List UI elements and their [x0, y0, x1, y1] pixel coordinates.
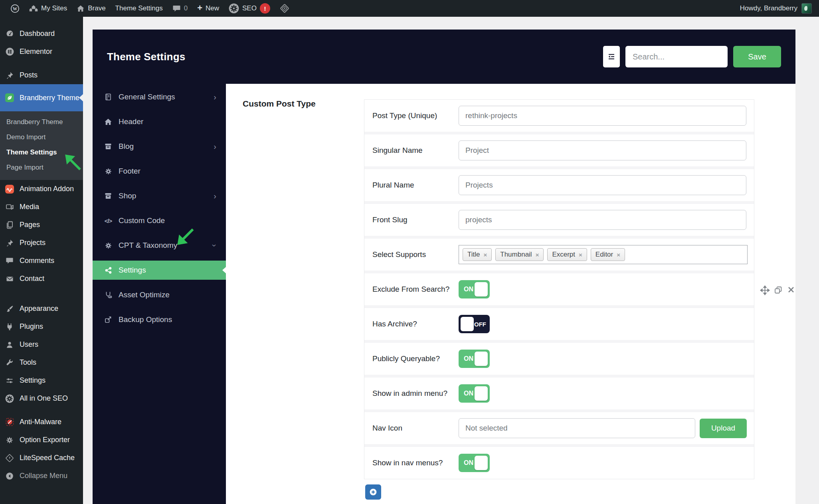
upload-button[interactable]: Upload	[700, 419, 747, 438]
custom-post-type-card: Post Type (Unique) Singular Name Plural …	[364, 99, 754, 479]
submenu-item-page-import[interactable]: Page Import	[0, 160, 83, 175]
howdy-greeting[interactable]: Howdy, Brandberry	[740, 4, 797, 12]
sidebar-item-option-exporter[interactable]: Option Exporter	[0, 431, 83, 449]
sidebar-item-contact[interactable]: Contact	[0, 270, 83, 288]
sidebar-item-settings[interactable]: Settings	[0, 372, 83, 389]
toggle-state-label: ON	[464, 286, 473, 293]
remove-chip-icon[interactable]: ×	[579, 251, 582, 258]
admin-bar: W My Sites Brave Theme Settings 0 + Ne	[0, 0, 819, 17]
remove-chip-icon[interactable]: ×	[617, 251, 620, 258]
exclude-from-search-toggle[interactable]: ON	[459, 280, 490, 298]
support-chip-thumbnail[interactable]: Thumbnail×	[495, 248, 544, 261]
settings-content: Custom Post Type Post Type (Unique) Sing…	[226, 84, 795, 504]
show-in-nav-menus-toggle[interactable]: ON	[459, 454, 490, 472]
export-icon	[104, 316, 113, 324]
nav-item-blog[interactable]: Blog ›	[93, 134, 226, 159]
field-label: Select Supports	[372, 249, 459, 260]
sidebar-item-animation-addon[interactable]: Animation Addon	[0, 180, 83, 198]
sliders-icon	[5, 377, 14, 385]
nav-item-shop[interactable]: Shop ›	[93, 184, 226, 208]
sidebar-item-plugins[interactable]: Plugins	[0, 318, 83, 336]
litespeed-icon	[5, 454, 14, 462]
comments-menu[interactable]: 0	[168, 0, 192, 17]
wordpress-logo-menu[interactable]: W	[6, 0, 24, 17]
submenu-item-brandberry-theme[interactable]: Brandberry Theme	[0, 115, 83, 130]
show-in-admin-menu-toggle[interactable]: ON	[459, 384, 490, 403]
form-row-post-type: Post Type (Unique)	[364, 100, 754, 134]
new-menu[interactable]: + New	[192, 0, 224, 17]
submenu-item-theme-settings[interactable]: Theme Settings	[0, 145, 83, 160]
has-archive-toggle[interactable]: OFF	[459, 315, 490, 333]
sidebar-label: Appearance	[20, 304, 58, 313]
sidebar-item-litespeed-cache[interactable]: LiteSpeed Cache	[0, 449, 83, 467]
sidebar-item-posts[interactable]: Posts	[0, 66, 83, 84]
collapse-nav-button[interactable]	[603, 46, 620, 67]
sidebar-item-brandberry-theme[interactable]: Brandberry Theme	[0, 84, 83, 111]
add-post-type-button[interactable]	[365, 484, 381, 500]
page-link-label: Theme Settings	[115, 4, 163, 12]
remove-chip-icon[interactable]: ×	[484, 251, 487, 258]
nav-icon-input[interactable]	[459, 418, 695, 438]
comment-bubble-icon	[5, 257, 14, 265]
section-heading: Custom Post Type	[243, 99, 316, 109]
nav-item-custom-code[interactable]: </> Custom Code	[93, 208, 226, 233]
remove-chip-icon[interactable]: ×	[536, 251, 539, 258]
sidebar-item-projects[interactable]: Projects	[0, 234, 83, 252]
site-menu[interactable]: Brave	[72, 0, 110, 17]
my-sites-menu[interactable]: My Sites	[24, 0, 72, 17]
sidebar-item-anti-malware[interactable]: Anti-Malware	[0, 413, 83, 431]
save-button[interactable]: Save	[733, 46, 781, 67]
seo-label: SEO	[242, 4, 257, 12]
sidebar-label: Option Exporter	[20, 436, 70, 444]
nav-item-footer[interactable]: Footer	[93, 159, 226, 184]
seo-menu[interactable]: SEO !	[224, 0, 275, 17]
move-icon[interactable]	[760, 285, 770, 295]
sidebar-item-tools[interactable]: Tools	[0, 354, 83, 372]
sidebar-item-dashboard[interactable]: Dashboard	[0, 25, 83, 43]
duplicate-icon[interactable]	[774, 285, 783, 295]
publicly-queryable-toggle[interactable]: ON	[459, 350, 490, 368]
avatar[interactable]	[801, 3, 812, 14]
sidebar-item-media[interactable]: Media	[0, 198, 83, 216]
nav-label: Asset Optimize	[119, 291, 170, 299]
post-type-input[interactable]	[459, 106, 746, 126]
litespeed-menu[interactable]	[275, 0, 294, 17]
search-input[interactable]	[625, 46, 728, 67]
nav-item-backup-options[interactable]: Backup Options	[93, 307, 226, 332]
supports-multiselect[interactable]: Title× Thumbnail× Excerpt× Editor×	[459, 245, 748, 264]
seo-alert-badge: !	[260, 3, 270, 14]
chevron-right-icon: ›	[214, 93, 216, 101]
submenu-item-demo-import[interactable]: Demo Import	[0, 130, 83, 145]
field-label: Publicly Queryable?	[372, 354, 459, 364]
nav-item-cpt-taxonomy[interactable]: CPT & Taxonomy ›	[93, 233, 226, 258]
user-icon	[5, 341, 14, 349]
support-chip-excerpt[interactable]: Excerpt×	[547, 248, 587, 261]
sidebar-item-pages[interactable]: Pages	[0, 216, 83, 234]
front-slug-input[interactable]	[459, 210, 746, 230]
nav-item-general-settings[interactable]: General Settings ›	[93, 85, 226, 109]
sidebar-item-users[interactable]: Users	[0, 336, 83, 354]
share-icon	[104, 267, 113, 274]
nav-item-asset-optimize[interactable]: Asset Optimize	[93, 283, 226, 307]
page-link[interactable]: Theme Settings	[111, 0, 168, 17]
sidebar-item-appearance[interactable]: Appearance	[0, 300, 83, 318]
sidebar-item-elementor[interactable]: Elementor	[0, 43, 83, 61]
singular-name-input[interactable]	[459, 140, 746, 160]
plural-name-input[interactable]	[459, 175, 746, 195]
leaf-icon	[5, 93, 14, 102]
wrench-icon	[5, 359, 14, 367]
nav-label: Custom Code	[119, 216, 165, 225]
nav-item-header[interactable]: Header	[93, 109, 226, 134]
close-icon[interactable]	[787, 285, 795, 295]
support-chip-title[interactable]: Title×	[463, 248, 492, 261]
nav-item-settings[interactable]: Settings	[93, 261, 226, 280]
support-chip-editor[interactable]: Editor×	[591, 248, 625, 261]
sidebar-item-comments[interactable]: Comments	[0, 252, 83, 270]
sidebar-item-collapse-menu[interactable]: Collapse Menu	[0, 467, 83, 485]
svg-text:W: W	[13, 6, 18, 11]
page-title: Theme Settings	[107, 51, 185, 63]
sidebar-label: Dashboard	[20, 30, 55, 38]
sidebar-item-all-in-one-seo[interactable]: All in One SEO	[0, 389, 83, 407]
sidebar-label: Comments	[20, 257, 54, 265]
sidebar-label: All in One SEO	[20, 394, 68, 403]
